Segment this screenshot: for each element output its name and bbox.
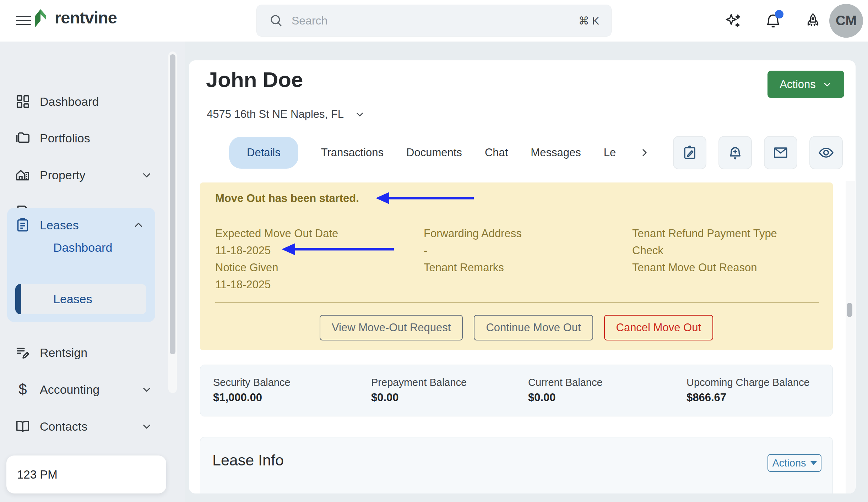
lease-info-actions-button[interactable]: Actions <box>767 454 821 472</box>
chevron-up-icon <box>132 219 145 231</box>
sidebar-item-leases[interactable]: Leases <box>14 210 148 240</box>
content-scrollbar-track[interactable] <box>846 181 855 493</box>
annotation-arrow-title <box>376 191 475 205</box>
sidebar-subitem-label: Dashboard <box>53 241 112 254</box>
sidebar-subitem-dashboard[interactable]: Dashboard <box>53 241 112 255</box>
field-label: Forwarding Address <box>424 225 522 242</box>
quick-action-buttons <box>673 136 843 169</box>
sidebar-item-label: Property <box>40 168 86 182</box>
content-scrollbar-thumb[interactable] <box>847 303 852 317</box>
chevron-down-icon <box>141 383 153 395</box>
tab-bar: Details Transactions Documents Chat Mess… <box>229 136 651 169</box>
sidebar: Dashboard Portfolios Property <box>0 42 185 502</box>
search-placeholder: Search <box>292 14 571 27</box>
moveout-column: Forwarding Address - Tenant Remarks <box>424 225 522 293</box>
search-shortcut: ⌘ K <box>579 15 599 27</box>
balance-value: $0.00 <box>528 391 556 404</box>
clipboard-pen-icon <box>681 144 698 161</box>
tabs-scroll-right-icon[interactable] <box>639 147 651 159</box>
balance-label: Upcoming Charge Balance <box>687 377 810 388</box>
search-input[interactable]: Search ⌘ K <box>256 5 612 37</box>
book-icon <box>14 418 31 435</box>
sidebar-item-contacts[interactable]: Contacts <box>14 411 156 442</box>
field-value: Check <box>632 242 777 259</box>
field-value: 11-18-2025 <box>215 242 338 259</box>
sidebar-subitem-label: Leases <box>53 292 92 306</box>
avatar[interactable]: CM <box>829 4 863 38</box>
brand-name: rentvine <box>55 8 117 27</box>
divider <box>215 302 819 303</box>
eye-icon <box>818 144 835 161</box>
field-label: Tenant Move Out Reason <box>632 259 777 276</box>
chevron-down-icon <box>141 169 153 181</box>
balance-value: $866.67 <box>687 391 726 404</box>
envelope-icon <box>772 144 789 161</box>
sidebar-subitem-leases-active[interactable]: Leases <box>15 284 146 314</box>
moveout-actions: View Move-Out Request Continue Move Out … <box>200 315 833 340</box>
balances-panel: Security Balance $1,000.00 Prepayment Ba… <box>200 365 833 416</box>
note-edit-button[interactable] <box>673 136 706 169</box>
balance-label: Security Balance <box>213 377 291 388</box>
address-selector[interactable]: 4575 16th St NE Naples, FL <box>207 108 365 121</box>
logo-vine-icon <box>33 6 51 28</box>
tab-details[interactable]: Details <box>229 137 298 169</box>
sidebar-group-leases: Leases Dashboard Leases <box>7 208 155 322</box>
sidebar-item-rentsign[interactable]: Rentsign <box>14 337 156 368</box>
sidebar-item-accounting[interactable]: $ Accounting <box>14 374 156 405</box>
tab-chat[interactable]: Chat <box>485 146 508 159</box>
tab-messages[interactable]: Messages <box>531 146 581 159</box>
field-value <box>632 276 777 293</box>
sidebar-item-label: Rentsign <box>40 346 87 360</box>
folder-icon <box>14 130 31 147</box>
lease-info-actions-label: Actions <box>772 457 806 469</box>
continue-moveout-button[interactable]: Continue Move Out <box>474 315 593 340</box>
sidebar-scrollbar-track[interactable] <box>168 51 177 393</box>
sidebar-item-label: Leases <box>40 218 79 232</box>
tab-transactions[interactable]: Transactions <box>321 146 384 159</box>
view-moveout-request-button[interactable]: View Move-Out Request <box>320 315 463 340</box>
bell-plus-icon <box>727 144 744 161</box>
sidebar-item-label: Dashboard <box>40 95 99 109</box>
add-reminder-button[interactable] <box>718 136 752 169</box>
app-logo[interactable]: rentvine <box>33 6 117 28</box>
field-label: Expected Move Out Date <box>215 225 338 242</box>
moveout-column: Tenant Refund Payment Type Check Tenant … <box>632 225 777 293</box>
lease-info-title: Lease Info <box>212 452 284 469</box>
caret-down-icon <box>810 461 817 465</box>
chevron-down-icon <box>354 109 365 120</box>
balance-value: $1,000.00 <box>213 391 262 404</box>
pen-lines-icon <box>14 344 31 361</box>
hamburger-menu-icon[interactable] <box>16 13 31 28</box>
active-indicator-bar <box>15 284 21 314</box>
search-icon <box>269 13 284 28</box>
field-value <box>424 276 522 293</box>
top-bar: rentvine Search ⌘ K <box>0 0 868 42</box>
rocket-icon[interactable] <box>804 12 822 30</box>
sidebar-scrollbar-thumb[interactable] <box>170 54 175 354</box>
field-label: Tenant Refund Payment Type <box>632 225 777 242</box>
actions-button[interactable]: Actions <box>767 71 844 98</box>
balance-value: $0.00 <box>371 391 399 404</box>
sidebar-item-property[interactable]: Property <box>14 160 156 190</box>
sidebar-item-portfolios[interactable]: Portfolios <box>14 123 156 153</box>
clock-widget: 123 PM <box>6 455 166 493</box>
tab-leases-truncated[interactable]: Le <box>604 146 616 159</box>
chevron-down-icon <box>822 80 832 89</box>
tab-documents[interactable]: Documents <box>406 146 462 159</box>
address-text: 4575 16th St NE Naples, FL <box>207 108 344 121</box>
sidebar-item-label: Accounting <box>40 383 99 397</box>
notifications-bell-icon[interactable] <box>764 12 782 30</box>
watch-button[interactable] <box>809 136 843 169</box>
clipboard-icon <box>14 217 31 234</box>
sidebar-item-label: Portfolios <box>40 131 90 145</box>
field-label: Tenant Remarks <box>424 259 522 276</box>
field-value: - <box>424 242 522 259</box>
cancel-moveout-button[interactable]: Cancel Move Out <box>604 315 714 340</box>
field-label: Notice Given <box>215 259 338 276</box>
grid-icon <box>14 93 31 110</box>
ai-sparkles-icon[interactable] <box>725 12 742 30</box>
dollar-icon: $ <box>14 381 31 398</box>
email-button[interactable] <box>764 136 797 169</box>
sidebar-item-dashboard[interactable]: Dashboard <box>14 86 156 117</box>
moveout-column: Expected Move Out Date 11-18-2025 Notice… <box>215 225 338 293</box>
